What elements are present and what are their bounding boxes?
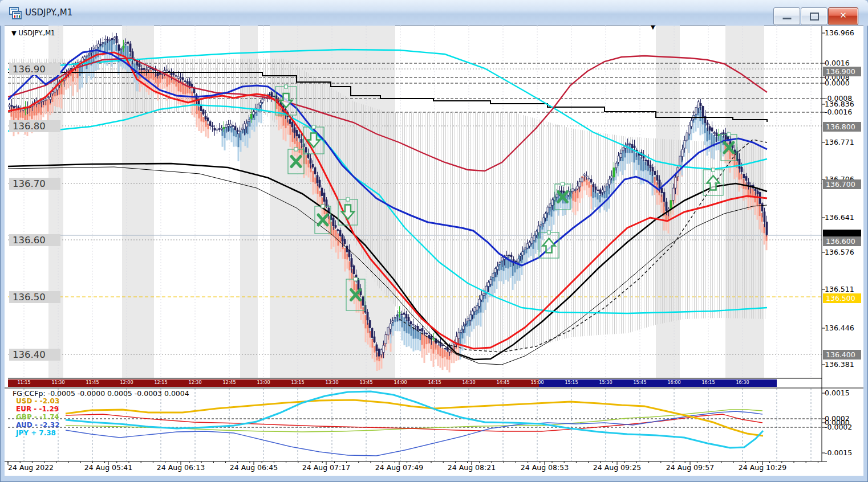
bottom-axis-label: 24 Aug 10:29 [739, 463, 786, 472]
indicator-scale-label: -0.0015 [825, 448, 852, 457]
time-bar-label: 16:15 [701, 380, 715, 385]
time-bar-label: 15:45 [633, 380, 646, 385]
time-bar-label: 13:45 [359, 380, 372, 385]
minimize-button[interactable] [773, 7, 800, 25]
right-scale-label: 136.446 [825, 324, 854, 332]
indicator-scale-label: 0.0015 [825, 389, 850, 397]
maximize-button[interactable] [801, 7, 828, 25]
indicator-legend-gbp: GBP - -1.74 [16, 413, 59, 421]
price-badge: 136.800 [823, 122, 861, 132]
right-scale-label: 0.0016 [825, 59, 850, 67]
bottom-axis-label: 24 Aug 2022 [8, 463, 54, 472]
left-price-label: 136.40 [9, 349, 60, 361]
time-bar-label: 12:15 [154, 380, 167, 385]
bottom-axis-label: 24 Aug 05:41 [84, 463, 132, 472]
time-bar-label: 12:00 [120, 380, 133, 385]
triangle-down-icon: ▼ [651, 24, 655, 30]
time-bar-label: 15:15 [565, 380, 578, 385]
bottom-axis-label: 24 Aug 06:13 [157, 463, 205, 472]
right-scale-label: 136.576 [825, 248, 854, 256]
chart-client-area[interactable] [5, 26, 863, 476]
left-price-label: 136.60 [9, 234, 60, 246]
time-bar-label: 11:45 [86, 380, 99, 385]
indicator-legend-aud: AUD - -2.32 [16, 421, 60, 429]
time-scale-bar[interactable]: 11:1511:3011:4512:0012:1512:3012:4513:00… [8, 379, 822, 387]
price-badge: 136.700 [823, 179, 861, 189]
price-badge: 136.400 [823, 350, 861, 360]
triangle-down-icon: ▼ [11, 29, 19, 37]
close-icon: ✕ [829, 10, 858, 21]
price-badge: 136.500 [823, 293, 861, 303]
left-price-label: 136.80 [9, 120, 60, 132]
window-title: USDJPY.,M1 [25, 7, 72, 18]
indicator-legend-usd: USD - -2.03 [16, 397, 59, 405]
left-price-label: 136.90 [9, 63, 60, 75]
mt4-chart-window: USDJPY.,M1 ✕ ▼ USDJPY.,M1 ▼ FG CCFp: -0.… [0, 0, 868, 482]
right-scale-label: 136.771 [825, 138, 854, 146]
time-bar-label: 11:15 [17, 380, 30, 385]
chart-window-icon [8, 6, 22, 20]
price-badge: 136.600 [823, 236, 861, 246]
time-bar-label: 13:30 [325, 380, 338, 385]
indicator-legend-jpy: JPY + 7.38 [16, 429, 56, 437]
time-bar-label: 15:00 [530, 380, 543, 385]
right-scale-label: 136.381 [825, 360, 854, 369]
time-bar-label: 13:15 [291, 380, 304, 385]
right-scale-label: -0.0016 [825, 108, 852, 116]
time-bar-label: 15:30 [599, 380, 612, 385]
symbol-timeframe-label: ▼ USDJPY.,M1 [11, 29, 55, 37]
indicator-legend-eur: EUR - -1.29 [16, 405, 59, 413]
time-bar-label: 14:00 [394, 380, 407, 385]
bottom-axis-label: 24 Aug 08:53 [521, 463, 569, 472]
right-scale-label: 0.0000 [825, 79, 850, 87]
maximize-icon [810, 13, 819, 21]
price-badge: 136.900 [823, 67, 861, 76]
bottom-axis-label: 24 Aug 06:45 [230, 463, 278, 472]
time-bar-label: 12:45 [222, 380, 236, 385]
bottom-axis-label: 24 Aug 07:49 [375, 463, 423, 472]
time-bar-label: 14:30 [462, 380, 475, 385]
bottom-axis-label: 24 Aug 09:57 [666, 463, 714, 472]
time-bar-label: 11:30 [51, 380, 64, 385]
time-bar-label: 13:00 [257, 380, 270, 385]
indicator-scale-label: -0.0002 [825, 423, 852, 431]
title-bar[interactable]: USDJPY.,M1 ✕ [0, 0, 868, 26]
right-scale-label: 136.836 [825, 100, 854, 108]
close-button[interactable]: ✕ [828, 7, 858, 25]
bottom-axis-label: 24 Aug 08:21 [448, 463, 496, 472]
right-scale-label: 136.511 [825, 285, 854, 293]
right-scale-label: 136.641 [825, 213, 854, 222]
bottom-axis-label: 24 Aug 07:17 [302, 463, 350, 472]
time-bar-label: 14:15 [428, 380, 441, 385]
time-bar-label: 12:30 [188, 380, 201, 385]
indicator-header: FG CCFp: -0.0005 -0.0000 0.0005 -0.0003 … [13, 389, 189, 398]
time-bar-label: 16:30 [736, 380, 749, 385]
time-bar-label: 16:00 [667, 380, 680, 385]
left-price-label: 136.70 [9, 178, 60, 190]
left-price-label: 136.50 [9, 291, 60, 303]
time-bar-label: 14:45 [496, 380, 509, 385]
minimize-icon [782, 18, 791, 19]
bottom-axis-label: 24 Aug 09:25 [593, 463, 641, 472]
right-scale-label: 136.966 [825, 28, 854, 37]
